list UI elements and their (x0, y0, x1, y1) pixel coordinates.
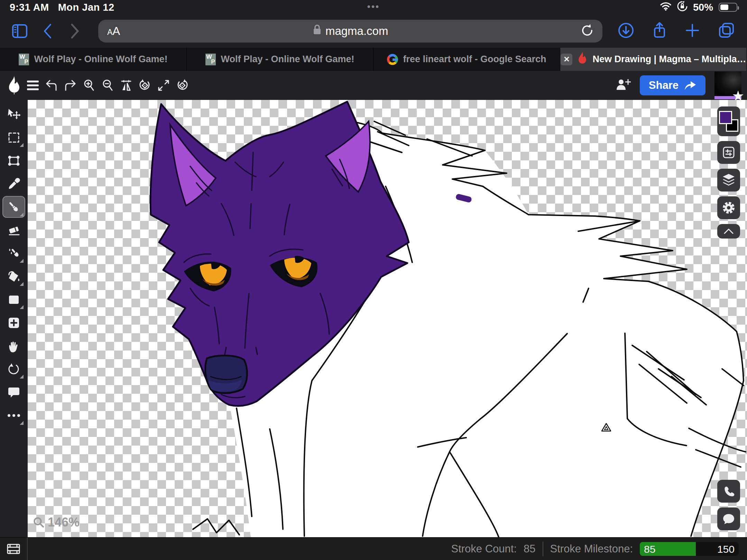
clock: 9:31 AM (10, 2, 49, 13)
tab-magma-active[interactable]: ✕ New Drawing | Magma – Multipla… (560, 48, 747, 71)
battery-icon (719, 3, 737, 12)
magma-favicon (577, 52, 588, 67)
marquee-select-tool[interactable] (1, 126, 26, 149)
expand-icon[interactable] (155, 75, 172, 95)
zoom-in-icon[interactable] (80, 75, 98, 95)
sidebar-icon[interactable] (12, 23, 28, 39)
rotate-cw-icon[interactable] (174, 75, 191, 95)
multitask-dots: ••• (367, 1, 380, 12)
rotate-canvas-tool[interactable] (1, 357, 26, 381)
brush-tool[interactable] (1, 195, 26, 218)
tab-title: Wolf Play - Online Wolf Game! (221, 54, 354, 65)
eyedropper-tool[interactable] (1, 172, 26, 195)
tab-bar: WP Wolf Play - Online Wolf Game! WP Wolf… (0, 48, 747, 71)
more-tools[interactable] (1, 404, 26, 427)
redo-icon[interactable] (62, 75, 79, 95)
chat-button[interactable] (717, 507, 740, 530)
add-tool[interactable] (1, 311, 26, 334)
battery-percent: 50% (693, 2, 713, 13)
tab-title: free lineart wolf - Google Search (403, 54, 546, 65)
wolf-drawing (28, 100, 747, 537)
comment-tool[interactable] (1, 381, 26, 404)
tool-sidebar (0, 100, 28, 537)
shape-tool[interactable] (1, 288, 26, 311)
rotate-ccw-icon[interactable] (136, 75, 154, 95)
lock-icon (313, 25, 321, 38)
voice-call-button[interactable] (717, 480, 740, 503)
eraser-tool[interactable] (1, 218, 26, 242)
tabs-icon[interactable] (718, 22, 735, 40)
milestone-progress-bar: 85 150 (640, 542, 739, 556)
reload-button[interactable] (581, 24, 593, 39)
tab-title: New Drawing | Magma – Multipla… (592, 54, 746, 65)
magma-logo-flame (6, 75, 23, 95)
forward-button[interactable] (67, 23, 83, 39)
tab-title: Wolf Play - Online Wolf Game! (34, 54, 167, 65)
footer-divider (543, 542, 543, 556)
close-tab-icon[interactable]: ✕ (561, 54, 572, 65)
status-bar: 9:31 AM Mon Jan 12 ••• 50% (0, 0, 747, 15)
tool-properties-button[interactable] (717, 141, 740, 164)
rotation-lock-icon (677, 1, 688, 14)
tab-wolfplay-1[interactable]: WP Wolf Play - Online Wolf Game! (0, 48, 187, 71)
hand-tool[interactable] (1, 334, 26, 357)
wolf-nose (205, 355, 247, 393)
tab-google-search[interactable]: free lineart wolf - Google Search (374, 48, 560, 71)
move-tool[interactable] (1, 103, 26, 126)
tab-wolfplay-2[interactable]: WP Wolf Play - Online Wolf Game! (187, 48, 374, 71)
smudge-tool[interactable] (1, 242, 26, 265)
browser-toolbar: AA magma.com (0, 15, 747, 48)
milestone-current: 85 (644, 543, 655, 555)
fill-tool[interactable] (1, 265, 26, 288)
wolfplay-favicon: WP (19, 54, 29, 65)
new-tab-icon[interactable] (685, 23, 700, 39)
magnifier-icon (33, 517, 44, 528)
date: Mon Jan 12 (58, 2, 114, 13)
layers-button[interactable] (717, 169, 740, 192)
zoom-indicator: 146% (33, 515, 80, 530)
share-icon[interactable] (652, 22, 667, 40)
reader-button[interactable]: AA (107, 25, 120, 38)
share-button[interactable]: Share (640, 75, 706, 95)
settings-button[interactable] (717, 196, 740, 219)
ipad-screen: 9:31 AM Mon Jan 12 ••• 50% (0, 0, 747, 560)
add-person-icon[interactable] (616, 78, 631, 93)
wolfplay-favicon: WP (205, 54, 216, 65)
zoom-out-icon[interactable] (99, 75, 116, 95)
undo-icon[interactable] (43, 75, 60, 95)
stroke-count-label: Stroke Count: (451, 543, 517, 555)
flip-horizontal-icon[interactable] (118, 75, 135, 95)
app-toolbar: Share ★ (0, 71, 747, 100)
menu-icon[interactable] (24, 75, 42, 95)
color-swatches-button[interactable] (717, 106, 740, 136)
foreground-color-swatch[interactable] (719, 111, 732, 124)
stroke-count-value: 85 (524, 543, 535, 555)
url-text: magma.com (325, 25, 388, 38)
status-footer: Stroke Count: 85 Stroke Milestone: 85 15… (0, 537, 747, 560)
stroke-milestone-label: Stroke Milestone: (550, 543, 633, 555)
wifi-icon (660, 2, 672, 13)
timeline-button[interactable] (0, 538, 28, 560)
google-favicon (387, 54, 398, 65)
user-avatar[interactable]: ★ (714, 72, 741, 99)
transform-tool[interactable] (1, 149, 26, 172)
drawing-canvas[interactable]: 146% (28, 100, 747, 537)
milestone-target: 150 (717, 543, 735, 555)
collapse-panel-button[interactable] (717, 224, 740, 239)
back-button[interactable] (39, 23, 55, 39)
download-icon[interactable] (618, 22, 634, 40)
address-bar[interactable]: AA magma.com (98, 20, 602, 43)
